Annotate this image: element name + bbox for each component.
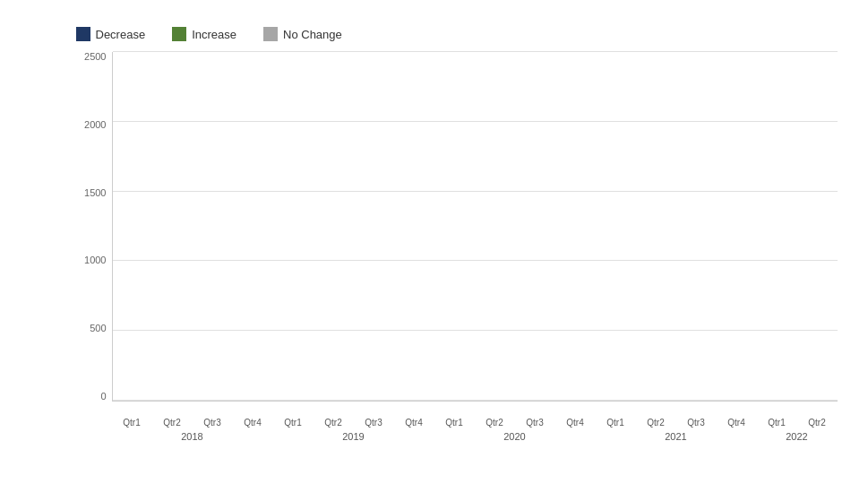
plot-area [112,52,838,402]
x-year-label: 2019 [342,428,364,442]
x-qtr-label: Qtr4 [717,414,757,428]
y-label: 2500 [67,52,112,62]
y-label: 1500 [67,188,112,198]
bars-wrapper [113,52,838,401]
y-label: 500 [67,324,112,333]
x-qtr-label: Qtr1 [757,414,797,428]
x-qtr-label: Qtr2 [636,414,676,428]
x-qtr-label: Qtr1 [596,414,636,428]
y-axis: 05001000150020002500 [67,52,112,402]
x-qtr-label: Qtr3 [354,414,394,428]
x-qtr-label: Qtr3 [515,414,555,428]
legend-item-nochange: No Change [263,27,342,41]
x-qtr-label: Qtr4 [233,414,273,428]
x-qtr-label: Qtr3 [676,414,717,428]
x-year-group-2022: Qtr1Qtr22022 [757,414,838,442]
x-year-group-2020: Qtr1Qtr2Qtr3Qtr42020 [434,414,596,442]
legend-color-nochange [263,27,278,41]
x-year-label: 2022 [786,428,807,442]
y-label: 0 [67,392,112,402]
legend-label-decrease: Decrease [96,28,146,41]
y-label: 1000 [67,255,112,265]
legend-label-nochange: No Change [283,28,342,41]
x-qtr-label: Qtr2 [797,414,838,428]
x-qtr-label: Qtr2 [314,414,354,428]
x-year-label: 2018 [181,428,202,442]
x-year-label: 2020 [503,428,525,442]
legend-color-decrease [76,27,90,41]
y-label: 2000 [67,120,112,130]
x-qtr-label: Qtr2 [475,414,515,428]
x-year-group-2018: Qtr1Qtr2Qtr3Qtr42018 [112,414,273,442]
x-year-label: 2021 [665,428,686,442]
x-year-group-2021: Qtr1Qtr2Qtr3Qtr42021 [596,414,757,442]
chart-legend: DecreaseIncreaseNo Change [67,27,838,41]
x-qtr-label: Qtr1 [434,414,475,428]
x-qtr-label: Qtr1 [273,414,314,428]
x-qtr-label: Qtr4 [555,414,596,428]
legend-item-increase: Increase [172,27,236,41]
chart-area: 05001000150020002500 Qtr1Qtr2Qtr3Qtr4201… [67,52,838,402]
chart-container: DecreaseIncreaseNo Change 05001000150020… [13,9,855,475]
x-axis-labels: Qtr1Qtr2Qtr3Qtr42018Qtr1Qtr2Qtr3Qtr42019… [112,414,838,442]
x-qtr-label: Qtr4 [394,414,434,428]
x-qtr-label: Qtr3 [193,414,233,428]
legend-color-increase [172,27,186,41]
x-year-group-2019: Qtr1Qtr2Qtr3Qtr42019 [273,414,434,442]
legend-label-increase: Increase [192,28,236,41]
legend-item-decrease: Decrease [76,27,146,41]
x-qtr-label: Qtr2 [152,414,193,428]
x-qtr-label: Qtr1 [112,414,152,428]
